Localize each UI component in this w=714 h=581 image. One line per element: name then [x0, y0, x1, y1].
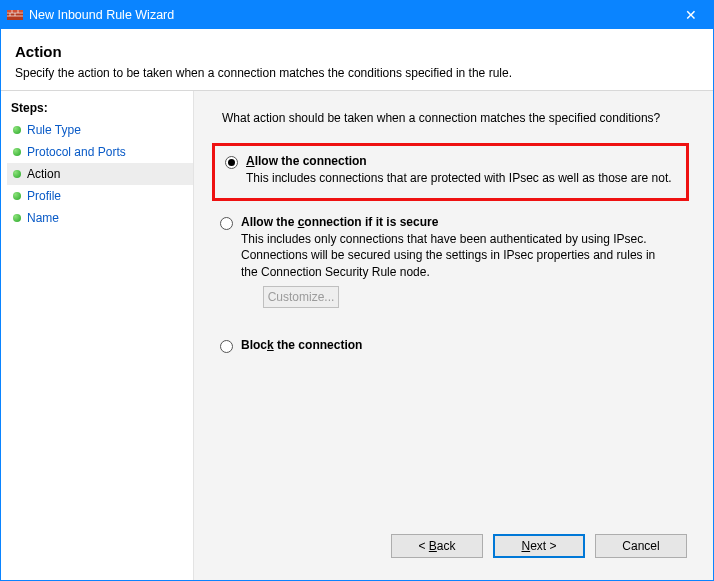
bullet-icon [13, 148, 21, 156]
step-rule-type[interactable]: Rule Type [7, 119, 193, 141]
bullet-icon [13, 126, 21, 134]
step-name[interactable]: Name [7, 207, 193, 229]
next-button[interactable]: Next > [493, 534, 585, 558]
cancel-button[interactable]: Cancel [595, 534, 687, 558]
customize-button: Customize... [263, 286, 339, 308]
highlight-annotation: Allow the connection This includes conne… [212, 143, 689, 201]
option-allow[interactable]: Allow the connection This includes conne… [225, 150, 680, 190]
back-button[interactable]: < Back [391, 534, 483, 558]
option-allow-secure[interactable]: Allow the connection if it is secure Thi… [220, 211, 695, 312]
step-protocol-and-ports[interactable]: Protocol and Ports [7, 141, 193, 163]
option-texts: Allow the connection This includes conne… [246, 154, 676, 186]
steps-sidebar: Steps: Rule Type Protocol and Ports Acti… [1, 91, 193, 580]
svg-rect-1 [7, 10, 23, 12]
step-label: Rule Type [27, 123, 81, 137]
bullet-icon [13, 192, 21, 200]
close-icon: ✕ [685, 7, 697, 23]
step-label: Profile [27, 189, 61, 203]
step-profile[interactable]: Profile [7, 185, 193, 207]
option-block[interactable]: Block the connection [220, 334, 695, 357]
step-action[interactable]: Action [7, 163, 193, 185]
radio-block[interactable] [220, 340, 233, 353]
prompt-text: What action should be taken when a conne… [222, 111, 695, 125]
radio-allow[interactable] [225, 156, 238, 169]
firewall-icon [7, 7, 23, 23]
option-texts: Allow the connection if it is secure Thi… [241, 215, 691, 308]
page-subtitle: Specify the action to be taken when a co… [15, 66, 699, 80]
option-label: Allow the connection [246, 154, 676, 168]
page-title: Action [15, 43, 699, 60]
option-texts: Block the connection [241, 338, 691, 352]
option-desc: This includes connections that are prote… [246, 170, 676, 186]
content-pane: What action should be taken when a conne… [193, 91, 713, 580]
wizard-window: New Inbound Rule Wizard ✕ Action Specify… [0, 0, 714, 581]
titlebar: New Inbound Rule Wizard ✕ [1, 1, 713, 29]
step-label: Protocol and Ports [27, 145, 126, 159]
step-label: Action [27, 167, 60, 181]
body: Steps: Rule Type Protocol and Ports Acti… [1, 91, 713, 580]
option-label: Block the connection [241, 338, 691, 352]
bullet-icon [13, 214, 21, 222]
step-label: Name [27, 211, 59, 225]
radio-allow-secure[interactable] [220, 217, 233, 230]
close-button[interactable]: ✕ [669, 1, 713, 29]
steps-title: Steps: [7, 99, 193, 119]
window-title: New Inbound Rule Wizard [29, 8, 669, 22]
bullet-icon [13, 170, 21, 178]
footer-buttons: < Back Next > Cancel [212, 524, 695, 568]
option-label: Allow the connection if it is secure [241, 215, 691, 229]
page-header: Action Specify the action to be taken wh… [1, 29, 713, 91]
option-desc: This includes only connections that have… [241, 231, 671, 280]
